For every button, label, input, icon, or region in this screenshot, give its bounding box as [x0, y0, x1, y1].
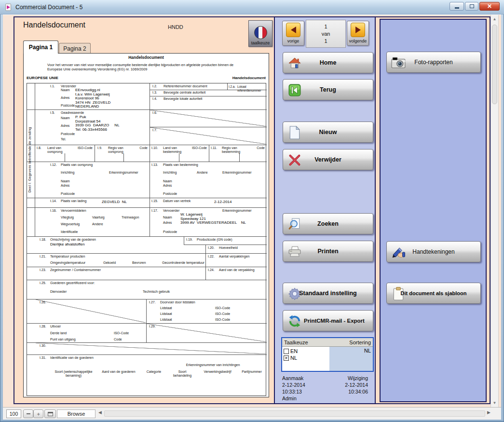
- previous-record-button[interactable]: vorige: [282, 21, 304, 46]
- i19-number: I.19.: [186, 238, 193, 242]
- i16-wegvoertuig-label: Wegvoertuig: [61, 222, 80, 226]
- i31-number: I.31.: [40, 356, 46, 360]
- i18-number: I.18.: [40, 238, 46, 242]
- home-button[interactable]: Home: [283, 52, 373, 73]
- i15-value[interactable]: 2-12-2014: [214, 200, 232, 204]
- i26-number: I.26.: [40, 300, 46, 304]
- i28-isocode-label: ISO-Code: [114, 331, 129, 335]
- checkbox-en-unchecked[interactable]: [284, 349, 289, 354]
- i8-code-label: ISO-Code: [69, 146, 93, 150]
- tab-pagina-1-label: Pagina 1: [29, 44, 53, 51]
- i1-naam-label: Naam: [61, 88, 70, 92]
- i12-postcode-label: Postcode: [61, 192, 75, 196]
- form-header-right: Handelsdocument: [232, 76, 266, 80]
- language-option-en[interactable]: EN: [284, 348, 298, 354]
- i15-title: Datum van vertrek: [163, 199, 191, 203]
- i5-naam-label: Naam: [61, 116, 70, 120]
- i17-value[interactable]: W. Lagerweij Speedway 121 3999 AV VERWEG…: [180, 213, 246, 225]
- i27-isocode-label-3: ISO-Code: [215, 318, 230, 322]
- i27-isocode-label-2: ISO-Code: [215, 312, 230, 316]
- i24-number: I.24.: [208, 268, 215, 272]
- mode-selector[interactable]: Browse: [57, 409, 95, 418]
- i17-adres-label: Adres: [163, 221, 172, 225]
- i31-erkenning-header: Erkenningsnummer van inrichtingen: [180, 363, 245, 367]
- i24-title: Aard van de verpakking: [219, 268, 255, 272]
- next-record-button[interactable]: volgende: [347, 21, 369, 46]
- i12-title: Plaats van oorsprong: [61, 163, 93, 167]
- i1-value[interactable]: EEnvoudigg.nl t.a.v. Wim Lagerweij Koren…: [75, 88, 110, 109]
- i31-col-partijnummer: Partijnummer: [238, 370, 265, 374]
- nieuw-button[interactable]: Nieuw: [283, 122, 373, 143]
- i5-title: Geadresseerde: [61, 111, 84, 115]
- document-sjabloon-button[interactable]: Dit document als sjabloon: [386, 283, 481, 304]
- zoom-out-button[interactable]: [23, 409, 33, 418]
- i14-value[interactable]: ZEGVELD NL: [102, 200, 127, 204]
- zoeken-button[interactable]: Zoeken: [283, 213, 373, 234]
- i16-vliegtuig-label: Vliegtuig: [61, 216, 74, 219]
- created-date: 2-12-2014: [282, 381, 305, 388]
- created-label: Aanmaak: [282, 375, 305, 381]
- i21-number: I.21.: [40, 255, 46, 259]
- minimize-button[interactable]: [450, 2, 464, 11]
- taalkeuze-button[interactable]: taalkeuze: [248, 20, 272, 47]
- printcmr-export-button[interactable]: PrintCMR-mail - Export: [283, 310, 373, 331]
- i2-number: I.2.: [152, 84, 157, 88]
- i2a-number: I.2.a.: [229, 85, 235, 89]
- i13-andere-label: Andere: [197, 171, 208, 175]
- i2-title: Referentienummer document: [163, 84, 207, 88]
- handtekeningen-button[interactable]: Handtekeningen: [386, 241, 481, 262]
- i17-postcode-label: Postcode: [163, 230, 177, 234]
- i25-title: Goederen gecertificeerd voor:: [50, 281, 95, 285]
- i5-value[interactable]: P. Puk Dorpsstraat 54 3939 GG DAARZO NL …: [75, 115, 120, 132]
- hscroll-left-icon[interactable]: ◀: [98, 410, 102, 415]
- handtekeningen-button-label: Handtekeningen: [387, 242, 480, 262]
- minimize-icon: [455, 7, 459, 9]
- next-arrow-icon: [351, 23, 365, 37]
- zoom-out-icon: [27, 413, 30, 415]
- side-panel: Foto-rapporten Handtekeningen Dit docume…: [380, 19, 487, 402]
- tab-pagina-1[interactable]: Pagina 1: [23, 41, 58, 54]
- zoom-in-button[interactable]: ＋: [33, 409, 43, 418]
- scroll-down-icon[interactable]: ▼: [491, 401, 498, 405]
- horizontal-scrollbar[interactable]: [104, 410, 485, 417]
- next-label: volgende: [349, 39, 367, 43]
- i18-value[interactable]: Dierlijke afvalstoffen: [50, 243, 84, 247]
- action-column: vorige 1 van 1 volgende Home Terug: [274, 16, 376, 404]
- created-user: Admin: [282, 395, 305, 402]
- printen-button[interactable]: Printen: [283, 241, 373, 262]
- i4-number: I.4.: [152, 97, 157, 101]
- i7-diagonal: [150, 127, 267, 144]
- i29-diagonal: [147, 324, 267, 342]
- foto-rapporten-button[interactable]: Foto-rapporten: [386, 52, 481, 73]
- standaard-instelling-button[interactable]: Standaard instelling: [283, 283, 373, 304]
- printen-button-label: Printen: [283, 241, 373, 261]
- hscroll-right-icon[interactable]: ▶: [487, 410, 490, 415]
- close-button[interactable]: ✕: [479, 2, 500, 11]
- verwijder-button[interactable]: Verwijder: [283, 149, 373, 170]
- i31-col-verwerking: Verwerkingsbedrijf: [198, 370, 237, 374]
- vertical-scrollbar[interactable]: ▲ ▼: [490, 15, 499, 407]
- i22-title: Aantal verpakkingen: [219, 255, 249, 259]
- i28-derdeland-label: Derde land: [50, 331, 67, 335]
- i30-number: I.30.: [40, 344, 46, 348]
- form-intro: Voor het vervoer van niet voor menselijk…: [47, 63, 255, 71]
- scroll-up-icon[interactable]: ▲: [491, 17, 498, 21]
- toolbar-toggle-button[interactable]: [44, 409, 56, 418]
- vertical-scrollbar-thumb[interactable]: [492, 25, 497, 104]
- i11-code-label: Code: [243, 146, 265, 150]
- terug-button[interactable]: Terug: [283, 79, 373, 100]
- i30-diagonal: [36, 343, 267, 354]
- title-bar: Commercial Document - 5 ✕: [0, 0, 504, 14]
- created-meta: Aanmaak 2-12-2014 10:33:13 Admin: [282, 375, 305, 402]
- i31-title: Identificatie van de goederen: [50, 356, 94, 360]
- i27-lidstaat-label-3: Lidstaat: [160, 318, 172, 322]
- maximize-button[interactable]: [465, 2, 478, 11]
- tab-pagina-2[interactable]: Pagina 2: [59, 43, 91, 54]
- i17-naam-label: Naam: [163, 216, 172, 219]
- language-option-nl[interactable]: × NL: [284, 355, 297, 361]
- i5-adres-label: Adres: [61, 124, 69, 128]
- i15-number: I.15.: [151, 199, 158, 203]
- i16-title: Vervoermiddelen: [61, 209, 86, 213]
- document-code: HNDD: [168, 24, 183, 30]
- checkbox-nl-checked[interactable]: ×: [284, 355, 289, 361]
